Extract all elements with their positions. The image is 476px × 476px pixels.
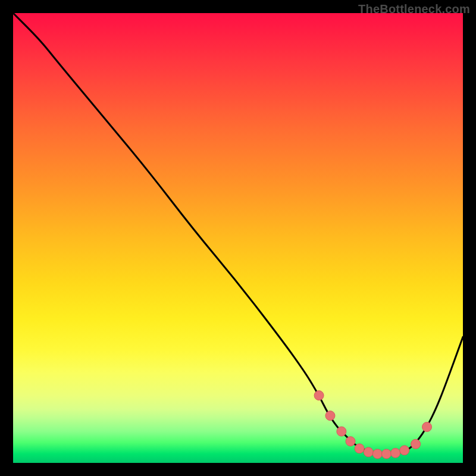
watermark-text: TheBottleneck.com — [358, 2, 470, 16]
optimum-marker — [400, 446, 409, 455]
optimum-marker — [411, 439, 421, 449]
optimum-marker — [325, 411, 335, 421]
plot-gradient-area — [13, 13, 463, 463]
chart-svg — [13, 13, 463, 463]
optimum-marker — [422, 422, 432, 432]
optimum-marker — [355, 444, 364, 453]
optimum-marker — [346, 437, 355, 446]
optimum-marker — [372, 449, 382, 459]
optimum-marker — [391, 448, 400, 458]
optimum-marker — [364, 447, 373, 457]
optimum-markers — [314, 391, 431, 459]
optimum-marker — [314, 391, 324, 400]
chart-frame: TheBottleneck.com — [0, 0, 476, 476]
optimum-marker — [337, 427, 346, 436]
bottleneck-curve — [13, 13, 463, 454]
optimum-marker — [381, 449, 391, 459]
